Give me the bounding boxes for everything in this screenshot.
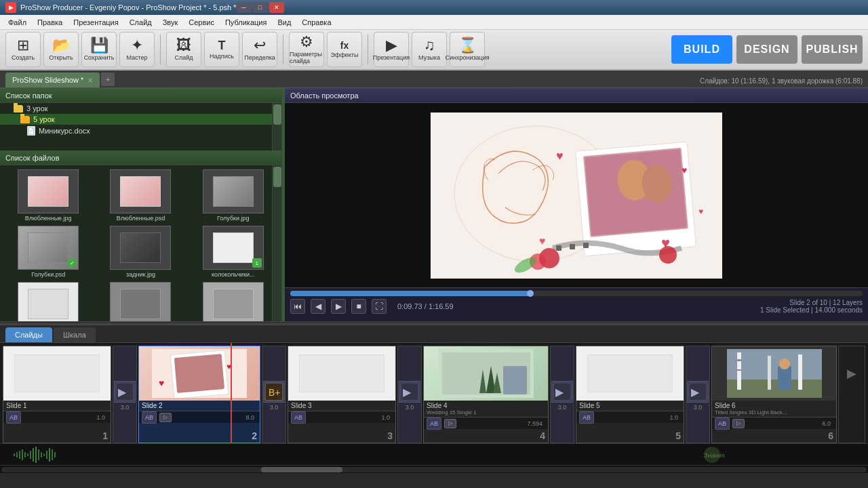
open-button[interactable]: 📂 Открыть xyxy=(43,32,79,67)
svg-rect-59 xyxy=(38,449,39,460)
slide-ab-2[interactable]: AB xyxy=(142,411,157,424)
transition-4-5[interactable]: ▶ 3.0 xyxy=(550,346,574,443)
slide-cell-3[interactable]: Slide 3 3 AB 1.0 xyxy=(288,346,396,443)
stop-button[interactable]: ■ xyxy=(351,299,366,314)
slide-options-button[interactable]: ⚙ Параметры слайда xyxy=(289,32,324,67)
tab-shcala[interactable]: Шкала xyxy=(54,327,96,342)
folder-item-5urok[interactable]: 5 урок xyxy=(0,114,281,125)
music-button[interactable]: ♫ Музыка xyxy=(412,32,447,67)
transition-5-6[interactable]: ▶ 3.0 xyxy=(686,346,710,443)
slide-num-6: 6 xyxy=(828,430,833,441)
more-slides-indicator: ▶ xyxy=(839,346,865,401)
slide-video-4: ▷ xyxy=(444,419,456,428)
slide-ab-6[interactable]: AB xyxy=(715,418,730,430)
timeline-scroll-track[interactable] xyxy=(1,467,867,472)
menu-item-публикация[interactable]: Публикация xyxy=(220,17,272,28)
file-thumb-extra3[interactable] xyxy=(188,281,279,321)
trans-dur-4-5: 3.0 xyxy=(558,404,567,411)
menu-item-слайд[interactable]: Слайд xyxy=(124,17,157,28)
folder-scrollbar[interactable] xyxy=(272,103,281,150)
slide-cell-more[interactable]: ▶ xyxy=(838,346,865,443)
slide-dur-1: 1.0 xyxy=(96,414,105,421)
save-button[interactable]: 💾 Сохранить xyxy=(81,32,117,67)
publish-button[interactable]: PUBLISH xyxy=(802,35,863,64)
progress-dot xyxy=(527,290,534,297)
tab-label: ProShow Slideshow * xyxy=(12,76,83,84)
presentation-button[interactable]: ▶ Презентация xyxy=(374,32,409,67)
maximize-button[interactable]: □ xyxy=(253,2,268,13)
file-preview-zadnik xyxy=(110,226,171,270)
file-thumb-golubki-psd[interactable]: ✓ Голубки.psd xyxy=(3,224,94,279)
slide-ab-3[interactable]: AB xyxy=(291,411,306,424)
close-button[interactable]: ✕ xyxy=(269,2,284,13)
menu-item-презентация[interactable]: Презентация xyxy=(68,17,123,28)
slide-info-2: Slide 2 2 xyxy=(139,401,260,411)
transition-1-2[interactable]: ▶ 3.0 xyxy=(113,346,137,443)
slide-bottom-3: AB 1.0 xyxy=(288,411,395,423)
folder-item-minikurs[interactable]: 📄 Миникурс.docx xyxy=(0,125,281,137)
tabbar: ProShow Slideshow * ✕ + Слайдов: 10 (1:1… xyxy=(0,70,868,88)
progress-bar[interactable] xyxy=(290,291,863,296)
wizard-button[interactable]: ✦ Мастер xyxy=(119,32,155,67)
titlebar: ▶ ProShow Producer - Evgeniy Popov - Pro… xyxy=(0,0,868,15)
file-scrollbar-thumb xyxy=(273,167,281,187)
play-button[interactable]: ▶ xyxy=(331,299,346,314)
menu-item-правка[interactable]: Правка xyxy=(32,17,68,28)
file-thumb-kolok[interactable]: 1 колокольчики... xyxy=(188,224,279,279)
design-button[interactable]: DESIGN xyxy=(736,35,797,64)
file-thumb-vlyub-psd[interactable]: Влюбленные.psd xyxy=(95,168,186,223)
main-tab[interactable]: ProShow Slideshow * ✕ xyxy=(5,73,100,87)
menu-item-звук[interactable]: Звук xyxy=(157,17,184,28)
left-panel: Список папок 3 урок 5 урок 📄 Миникурс.do… xyxy=(0,88,282,321)
slide-cell-4[interactable]: Slide 4 Wedding 15 Single 1 4 AB ▷ 7.594 xyxy=(423,346,549,443)
timeline-scrollbar[interactable] xyxy=(0,465,868,473)
slide-cell-2[interactable]: ♥ ♥ Slide 2 2 AB ▷ 8.0 xyxy=(138,346,260,443)
file-thumb-extra2[interactable] xyxy=(95,281,186,321)
menu-item-файл[interactable]: Файл xyxy=(3,17,32,28)
slide-button[interactable]: 🖼 Слайд xyxy=(166,32,201,67)
file-name-kolok: колокольчики... xyxy=(212,271,255,278)
tab-close-button[interactable]: ✕ xyxy=(87,77,93,84)
prev-frame-button[interactable]: ◀ xyxy=(311,299,326,314)
build-button[interactable]: BUILD xyxy=(671,35,732,64)
slide-cell-1[interactable]: Slide 1 1 AB 1.0 xyxy=(3,346,111,443)
menu-item-вид[interactable]: Вид xyxy=(272,17,296,28)
effects-button[interactable]: fx Эффекты xyxy=(327,32,362,67)
sync-button[interactable]: ⌛ Синхронизация xyxy=(450,32,485,67)
minimize-button[interactable]: ─ xyxy=(237,2,252,13)
slides-strip: Slide 1 1 AB 1.0 ▶ 3.0 xyxy=(0,343,868,443)
svg-text:♥: ♥ xyxy=(556,149,564,163)
svg-rect-60 xyxy=(41,452,42,458)
audio-waveform: // Generate waveform bars inline - use s… xyxy=(0,443,868,465)
svg-rect-43 xyxy=(768,356,771,390)
file-name-vlyub-psd: Влюбленные.psd xyxy=(117,215,165,222)
file-thumb-extra1[interactable] xyxy=(3,281,94,321)
tab-slides[interactable]: Слайды xyxy=(5,327,52,342)
timeline-scroll-thumb[interactable] xyxy=(261,467,342,472)
folder-item-3urok[interactable]: 3 урок xyxy=(0,103,281,114)
file-scrollbar[interactable] xyxy=(272,165,281,321)
file-thumb-golubki-jpg[interactable]: Голубки.jpg xyxy=(188,168,279,223)
file-thumb-zadnik[interactable]: задник.jpg xyxy=(95,224,186,279)
svg-rect-53 xyxy=(22,449,23,460)
rewind-button[interactable]: ⏮ xyxy=(290,299,305,314)
tab-add-button[interactable]: + xyxy=(101,73,115,86)
slide-ab-4[interactable]: AB xyxy=(427,418,441,430)
slide-ab-1[interactable]: AB xyxy=(6,411,21,424)
toolbar-separator-1 xyxy=(160,35,161,64)
menu-item-сервис[interactable]: Сервис xyxy=(183,17,220,28)
file-thumb-vlyub-jpg[interactable]: Влюбленные.jpg xyxy=(3,168,94,223)
transition-2-3[interactable]: B+ 3.0 xyxy=(262,346,286,443)
menu-item-справка[interactable]: Справка xyxy=(296,17,336,28)
caption-button[interactable]: T Надпись xyxy=(204,32,239,67)
timeline: Слайды Шкала Slide 1 1 AB 1.0 ▶ 3.0 xyxy=(0,324,868,473)
create-button[interactable]: ⊞ Создать xyxy=(5,32,41,67)
slide-cell-5[interactable]: Slide 5 5 AB 1.0 xyxy=(576,346,684,443)
svg-rect-62 xyxy=(46,451,47,459)
slide-cell-6[interactable]: Slide 6 Tilted Singles 3D Light Back... … xyxy=(711,346,837,443)
redo-button[interactable]: ↩ Переделка xyxy=(242,32,277,67)
slide-name-2: Slide 2 xyxy=(142,402,163,409)
transition-3-4[interactable]: ▶ 3.0 xyxy=(397,346,422,443)
fullscreen-button[interactable]: ⛶ xyxy=(372,299,387,314)
slide-ab-5[interactable]: AB xyxy=(579,411,594,424)
